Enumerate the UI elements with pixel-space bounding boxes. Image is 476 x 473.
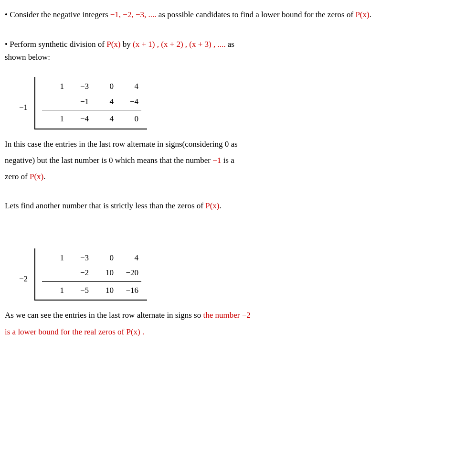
exp1-px: P(x) xyxy=(30,172,43,181)
t2r3c3: 10 xyxy=(92,283,116,298)
bullet2-px: P(x) xyxy=(106,40,120,49)
t1r3c3: 4 xyxy=(92,111,116,127)
lets-find-px: P(x) xyxy=(205,201,219,210)
lets-find-section: Lets find another number that is strictl… xyxy=(5,200,467,212)
table1-row2: −1 4 −4 xyxy=(42,94,141,109)
t2r1c2: −3 xyxy=(67,250,92,266)
synthetic-table2-container: −2 1 −3 0 4 −2 10 −20 1 −5 10 −16 xyxy=(19,248,467,301)
t1r2c1 xyxy=(42,94,67,109)
lets-find-prefix: Lets find another number that is strictl… xyxy=(5,201,205,210)
bullet1-px: P(x) xyxy=(355,10,369,19)
table1-row1: 1 −3 0 4 xyxy=(42,79,141,94)
t1r2c2: −1 xyxy=(67,94,92,109)
bullet2-middle: by xyxy=(121,40,133,49)
conclusion-c: . xyxy=(140,327,145,336)
bullet1-text: • Consider the negative integers −1, −2,… xyxy=(5,9,467,21)
t2r1c4: 4 xyxy=(116,250,141,266)
t2r3c1: 1 xyxy=(42,283,67,298)
t2r2c3: 10 xyxy=(92,265,116,280)
bullet2-prefix: • Perform synthetic division of xyxy=(5,40,106,49)
conclusion-a: As we can see the entries in the last ro… xyxy=(5,311,203,320)
bullet1-suffix: . xyxy=(370,10,371,19)
t2r3c2: −5 xyxy=(67,283,92,298)
t1r3c1: 1 xyxy=(42,111,67,127)
bullet2-suffix-start: as xyxy=(226,40,234,49)
explanation1-line2: negative) but the last number is 0 which… xyxy=(5,154,467,167)
table2-divider xyxy=(42,281,141,282)
t1r1c1: 1 xyxy=(42,79,67,94)
t2r2c4: −20 xyxy=(116,265,141,280)
synthetic-table1: 1 −3 0 4 −1 4 −4 1 −4 4 0 xyxy=(34,77,147,129)
lets-find-suffix: . xyxy=(219,201,221,210)
exp1a: In this case the entries in the last row… xyxy=(5,140,238,149)
table1-divider xyxy=(42,110,141,110)
bullet1-section: • Consider the negative integers −1, −2,… xyxy=(5,9,467,21)
exp1e: . xyxy=(43,172,45,181)
conclusion-line2: is a lower bound for the real zeros of P… xyxy=(5,326,467,338)
table2-row2: −2 10 −20 xyxy=(42,265,141,280)
bullet1-math: −1, −2, −3, .... xyxy=(110,10,157,19)
t1r1c2: −3 xyxy=(67,79,92,94)
conclusion-highlight: the number −2 xyxy=(203,311,250,320)
bullet2-section: • Perform synthetic division of P(x) by … xyxy=(5,38,467,64)
bullet2-suffix-end: shown below: xyxy=(5,53,50,62)
conclusion-px: P(x) xyxy=(126,327,140,336)
exp1c: is a xyxy=(221,156,234,165)
explanation1-section: In this case the entries in the last row… xyxy=(5,138,467,183)
t1r3c2: −4 xyxy=(67,111,92,127)
t1r2c3: 4 xyxy=(92,94,116,109)
exp1-neg1: −1 xyxy=(212,156,221,165)
t2r1c1: 1 xyxy=(42,250,67,266)
table2-divisor: −2 xyxy=(19,275,28,283)
conclusion-b: is a lower bound for the real zeros of xyxy=(5,327,126,336)
conclusion-section: As we can see the entries in the last ro… xyxy=(5,309,467,338)
bullet1-middle: as possible candidates to find a lower b… xyxy=(157,10,356,19)
t1r3c4: 0 xyxy=(116,111,141,127)
table2-row1: 1 −3 0 4 xyxy=(42,250,141,266)
conclusion-b-red: is a lower bound for the real zeros of P… xyxy=(5,327,144,336)
t1r2c4: −4 xyxy=(116,94,141,109)
lets-find-text: Lets find another number that is strictl… xyxy=(5,200,467,212)
exp1b: negative) but the last number is 0 which… xyxy=(5,156,212,165)
bullet1-prefix: • Consider the negative integers xyxy=(5,10,110,19)
t2r3c4: −16 xyxy=(116,283,141,298)
bullet2-text: • Perform synthetic division of P(x) by … xyxy=(5,38,467,64)
t2r1c3: 0 xyxy=(92,250,116,266)
table1-row3: 1 −4 4 0 xyxy=(42,111,141,127)
synthetic-table2: 1 −3 0 4 −2 10 −20 1 −5 10 −16 xyxy=(34,248,147,301)
synthetic-table1-container: −1 1 −3 0 4 −1 4 −4 1 −4 4 0 xyxy=(19,77,467,129)
t1r1c4: 4 xyxy=(116,79,141,94)
conclusion-text: As we can see the entries in the last ro… xyxy=(5,309,467,322)
table1-divisor: −1 xyxy=(19,103,28,111)
t2r2c2: −2 xyxy=(67,265,92,280)
explanation1-line1: In this case the entries in the last row… xyxy=(5,138,467,150)
t1r1c3: 0 xyxy=(92,79,116,94)
bullet2-divisors: (x + 1) , (x + 2) , (x + 3) , .... xyxy=(133,40,225,49)
exp1d: zero of xyxy=(5,172,30,181)
t2r2c1 xyxy=(42,265,67,280)
table2-row3: 1 −5 10 −16 xyxy=(42,283,141,298)
explanation1-line3: zero of P(x). xyxy=(5,171,467,183)
